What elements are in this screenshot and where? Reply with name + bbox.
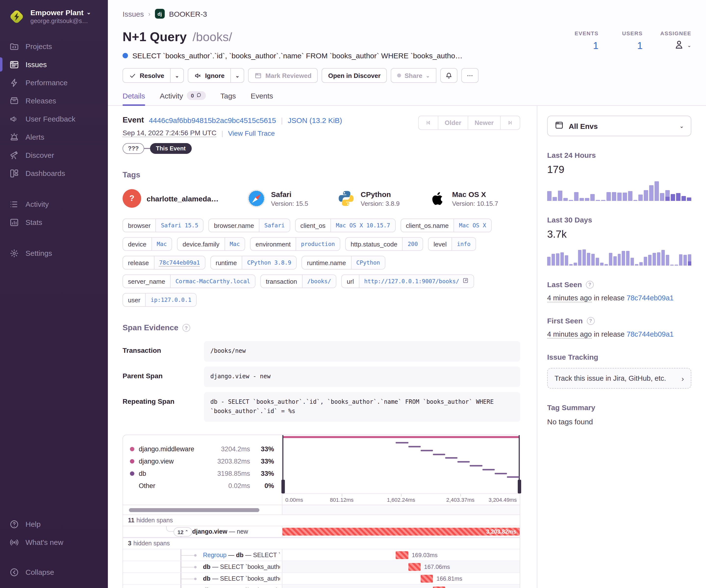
first-seen-release-link[interactable]: 78c744eb09a1: [627, 330, 674, 338]
ignore-button[interactable]: Ignore: [188, 68, 231, 83]
sidebar-item-user-feedback[interactable]: User Feedback: [0, 110, 108, 128]
resolve-button[interactable]: Resolve: [123, 68, 171, 83]
tag-value[interactable]: Mac OS X 10.15.7: [330, 219, 395, 232]
last-seen-release-link[interactable]: 78c744eb09a1: [627, 294, 674, 302]
sidebar-item-dashboards[interactable]: Dashboards: [0, 164, 108, 182]
breadcrumb-issues[interactable]: Issues: [123, 9, 144, 18]
users-count[interactable]: 1: [616, 40, 643, 51]
sidebar-item-whats-new[interactable]: What's new: [0, 533, 108, 551]
tag-value[interactable]: 78c744eb09a1: [154, 256, 205, 269]
sidebar-item-issues[interactable]: Issues: [0, 55, 108, 74]
org-switcher[interactable]: Empower Plant⌄ george.gritsouk@s…: [0, 0, 108, 32]
assignee-dropdown[interactable]: ⌄: [660, 39, 692, 51]
span-row[interactable]: db — SELECT `books_author`167.06ms: [123, 560, 520, 572]
span-row[interactable]: db — SELECT `books_author`166.81ms: [123, 572, 520, 584]
view-full-trace-link[interactable]: View Full Trace: [228, 129, 275, 137]
span-bar[interactable]: [408, 563, 421, 571]
more-actions-button[interactable]: [461, 68, 478, 83]
ignore-dropdown-button[interactable]: ⌄: [231, 68, 244, 83]
context-card[interactable]: Mac OS XVersion: 10.15.7: [428, 189, 498, 208]
events-count[interactable]: 1: [572, 40, 599, 51]
horizontal-scrollbar[interactable]: [129, 508, 259, 512]
tag-value[interactable]: Mac: [224, 238, 245, 250]
sidebar-item-collapse[interactable]: Collapse: [0, 563, 108, 581]
tag-value[interactable]: http://127.0.0.1:9007/books/: [359, 275, 473, 288]
context-card[interactable]: CPythonVersion: 3.8.9: [337, 189, 400, 208]
tag-pill[interactable]: release78c744eb09a1: [123, 256, 205, 269]
tag-pill[interactable]: device.familyMac: [177, 237, 245, 251]
tag-pill[interactable]: runtimeCPython 3.8.9: [210, 256, 297, 269]
span-row[interactable]: db — SELECT `books_author`168.74ms: [123, 584, 520, 588]
resolve-dropdown-button[interactable]: ⌄: [171, 68, 184, 83]
tag-pill[interactable]: runtime.nameCPython: [302, 256, 385, 269]
span-bar[interactable]: [433, 587, 445, 588]
tab-events[interactable]: Events: [250, 91, 273, 106]
tag-value[interactable]: Safari: [259, 219, 289, 232]
tag-pill[interactable]: browserSafari 15.5: [123, 218, 204, 232]
tag-pill[interactable]: transaction/books/: [260, 275, 336, 288]
tag-pill[interactable]: deviceMac: [123, 237, 172, 251]
issue-tracking-cta[interactable]: Track this issue in Jira, GitHub, etc. ›: [547, 368, 691, 388]
tag-value[interactable]: ip:127.0.0.1: [145, 294, 196, 306]
sidebar-item-alerts[interactable]: Alerts: [0, 128, 108, 146]
hidden-spans-row[interactable]: 3 hidden spans: [123, 538, 520, 549]
question-icon[interactable]: ?: [586, 281, 594, 288]
tag-pill[interactable]: browser.nameSafari: [209, 218, 290, 232]
collapse-group-pill[interactable]: 12⌃: [173, 527, 192, 537]
minimap-left-handle[interactable]: [282, 435, 283, 494]
external-link-icon[interactable]: [462, 277, 468, 285]
tag-value[interactable]: Cormac-MacCarthy.local: [170, 275, 255, 288]
older-event-button[interactable]: Older: [438, 116, 468, 129]
first-event-button[interactable]: [419, 116, 438, 129]
tag-pill[interactable]: client_os.nameMac OS X: [400, 218, 492, 232]
sidebar-item-settings[interactable]: Settings: [0, 244, 108, 262]
tag-value[interactable]: info: [452, 238, 475, 250]
tag-value[interactable]: 200: [402, 238, 423, 250]
tag-value[interactable]: Mac OS X: [454, 219, 491, 232]
sidebar-item-help[interactable]: Help: [0, 515, 108, 533]
sidebar-item-projects[interactable]: Projects: [0, 37, 108, 55]
sidebar-item-performance[interactable]: Performance: [0, 74, 108, 92]
tag-pill[interactable]: levelinfo: [428, 237, 476, 251]
minimap-right-handle[interactable]: [519, 435, 520, 494]
open-in-discover-button[interactable]: Open in Discover: [322, 68, 387, 83]
tag-pill[interactable]: environmentproduction: [250, 237, 341, 251]
tab-activity[interactable]: Activity0: [160, 91, 206, 106]
hidden-spans-row[interactable]: 11 hidden spans: [123, 514, 520, 526]
environment-filter[interactable]: All Envs ⌄: [547, 116, 691, 136]
tag-value[interactable]: production: [296, 238, 340, 250]
context-card[interactable]: ?charlotte_alameda…: [123, 189, 219, 208]
event-json-link[interactable]: JSON (13.2 KiB): [288, 116, 342, 124]
span-row[interactable]: Regroup — db — SELECT `books_author`169.…: [123, 549, 520, 560]
tag-value[interactable]: /books/: [302, 275, 336, 288]
span-group-row[interactable]: 12⌃ django.view — new 3,203.82ms: [123, 526, 520, 538]
tag-pill[interactable]: server_nameCormac-MacCarthy.local: [123, 275, 256, 288]
question-icon[interactable]: ?: [182, 324, 190, 332]
span-bar[interactable]: 3,203.82ms: [282, 528, 520, 536]
tag-pill[interactable]: urlhttp://127.0.0.1:9007/books/: [342, 275, 474, 288]
context-card[interactable]: SafariVersion: 15.5: [247, 189, 308, 208]
trace-minimap[interactable]: [282, 435, 520, 494]
span-group-link[interactable]: Regroup: [203, 551, 227, 558]
last-event-button[interactable]: [500, 116, 520, 129]
span-bar[interactable]: [421, 575, 433, 583]
sidebar-item-discover[interactable]: Discover: [0, 146, 108, 164]
tag-value[interactable]: Mac: [151, 238, 172, 250]
span-bar[interactable]: [396, 551, 408, 559]
subscribe-button[interactable]: [440, 68, 458, 83]
tag-pill[interactable]: client_osMac OS X 10.15.7: [295, 218, 395, 232]
question-icon[interactable]: ?: [587, 317, 594, 325]
sidebar-item-stats[interactable]: Stats: [0, 213, 108, 231]
share-button[interactable]: Share ⌄: [391, 68, 436, 83]
sidebar-item-activity[interactable]: Activity: [0, 195, 108, 213]
newer-event-button[interactable]: Newer: [468, 116, 500, 129]
mark-reviewed-button[interactable]: Mark Reviewed: [248, 68, 318, 83]
tag-pill[interactable]: userip:127.0.0.1: [123, 293, 197, 307]
tag-value[interactable]: CPython: [351, 256, 385, 269]
tag-value[interactable]: CPython 3.8.9: [242, 256, 296, 269]
tab-tags[interactable]: Tags: [221, 91, 236, 106]
tag-value[interactable]: Safari 15.5: [156, 219, 203, 232]
unknown-trace-pill[interactable]: ???: [123, 143, 144, 154]
event-id-link[interactable]: 4446c9af6bb94815b2ac9bc4515c5615: [149, 116, 276, 124]
tab-details[interactable]: Details: [123, 91, 145, 106]
